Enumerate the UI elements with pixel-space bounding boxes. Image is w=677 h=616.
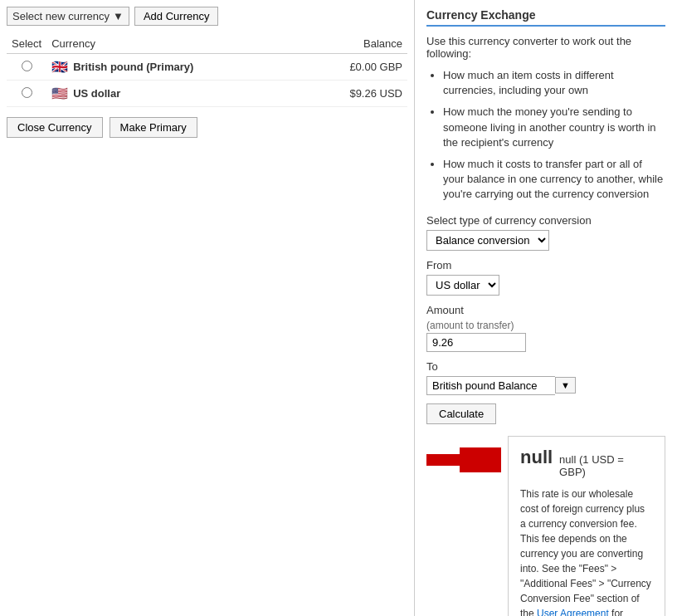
result-rate-text: null (1 USD = GBP) — [559, 453, 653, 478]
to-input[interactable] — [426, 376, 555, 395]
bullet-item: How much the money you're sending to som… — [443, 105, 665, 150]
result-container: null null (1 USD = GBP) This rate is our… — [426, 436, 665, 617]
currency-label: US dollar — [73, 87, 120, 100]
currency-name-cell: 🇬🇧 British pound (Primary) — [46, 54, 302, 81]
red-arrow-container — [426, 447, 501, 472]
to-dropdown-button[interactable]: ▼ — [555, 377, 576, 394]
radio-cell[interactable] — [7, 81, 46, 107]
bullet-list: How much an item costs in different curr… — [426, 68, 665, 203]
col-currency: Currency — [46, 34, 302, 54]
result-null-text: null — [520, 447, 553, 468]
col-balance: Balance — [302, 34, 407, 54]
result-main: null null (1 USD = GBP) — [520, 447, 653, 478]
balance-cell: $9.26 USD — [302, 81, 407, 107]
amount-group: Amount (amount to transfer) — [426, 304, 665, 352]
calculate-button[interactable]: Calculate — [426, 403, 496, 424]
red-arrow-icon — [426, 447, 501, 472]
select-currency-dropdown[interactable]: Select new currency ▼ — [7, 7, 129, 26]
add-currency-button[interactable]: Add Currency — [134, 7, 218, 26]
table-row: 🇺🇸 US dollar $9.26 USD — [7, 81, 407, 107]
dropdown-arrow-icon: ▼ — [113, 10, 124, 22]
radio-cell[interactable] — [7, 54, 46, 81]
to-group: To ▼ — [426, 360, 665, 395]
select-currency-label: Select new currency — [12, 10, 110, 22]
result-description: This rate is our wholesale cost of forei… — [520, 486, 653, 617]
from-label: From — [426, 259, 665, 271]
currency-name-cell: 🇺🇸 US dollar — [46, 81, 302, 107]
result-description-text: This rate is our wholesale cost of forei… — [520, 488, 651, 617]
currency-radio-0[interactable] — [22, 61, 32, 71]
flag-icon: 🇬🇧 — [51, 59, 68, 75]
result-box: null null (1 USD = GBP) This rate is our… — [508, 436, 665, 617]
intro-text: Use this currency converter to work out … — [426, 35, 665, 60]
currency-name: 🇺🇸 US dollar — [51, 86, 297, 101]
conversion-type-label: Select type of currency conversion — [426, 214, 665, 227]
conversion-type-group: Select type of currency conversion Balan… — [426, 214, 665, 251]
make-primary-button[interactable]: Make Primary — [110, 117, 197, 138]
currency-table: Select Currency Balance 🇬🇧 British pound… — [7, 34, 407, 107]
from-group: From US dollar — [426, 259, 665, 296]
bottom-buttons: Close Currency Make Primary — [7, 117, 407, 138]
balance-cell: £0.00 GBP — [302, 54, 407, 81]
amount-label: Amount — [426, 304, 665, 316]
currency-radio-1[interactable] — [22, 87, 32, 98]
conversion-type-select[interactable]: Balance conversion — [426, 230, 549, 251]
to-label: To — [426, 360, 665, 373]
close-currency-button[interactable]: Close Currency — [7, 117, 103, 138]
col-select: Select — [7, 34, 46, 54]
left-panel: Select new currency ▼ Add Currency Selec… — [0, 0, 415, 616]
user-agreement-link[interactable]: User Agreement — [537, 608, 609, 617]
currency-name: 🇬🇧 British pound (Primary) — [51, 59, 297, 75]
flag-icon: 🇺🇸 — [51, 86, 68, 101]
right-panel-title: Currency Exchange — [426, 8, 665, 27]
amount-sublabel: (amount to transfer) — [426, 320, 665, 331]
currency-label: British pound (Primary) — [73, 61, 193, 73]
bullet-item: How much an item costs in different curr… — [443, 68, 665, 98]
right-panel: Currency Exchange Use this currency conv… — [415, 0, 677, 616]
to-row: ▼ — [426, 376, 665, 395]
table-row: 🇬🇧 British pound (Primary) £0.00 GBP — [7, 54, 407, 81]
amount-input[interactable] — [426, 333, 526, 352]
bullet-item: How much it costs to transfer part or al… — [443, 157, 665, 203]
from-select[interactable]: US dollar — [426, 275, 499, 296]
top-bar: Select new currency ▼ Add Currency — [7, 7, 407, 26]
